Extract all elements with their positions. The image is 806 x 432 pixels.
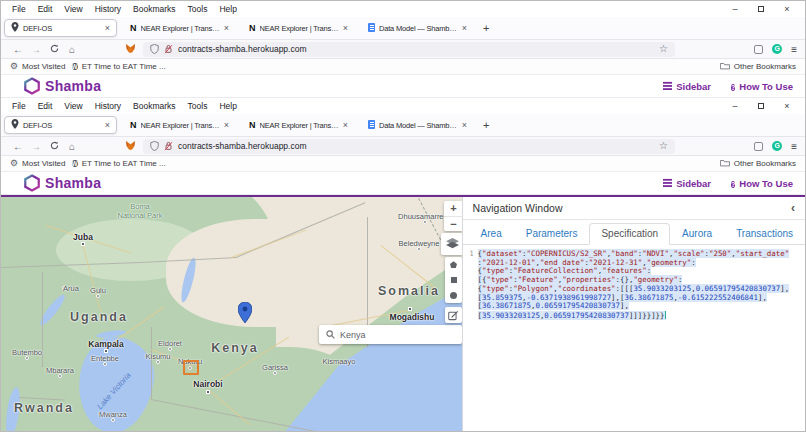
tracking-shield-icon[interactable] bbox=[150, 40, 159, 58]
insecure-lock-icon[interactable] bbox=[164, 137, 173, 155]
map-edit-button[interactable] bbox=[445, 307, 462, 323]
header-link-sidebar[interactable]: Sidebar bbox=[663, 81, 711, 92]
other-bookmarks[interactable]: Other Bookmarks bbox=[720, 62, 796, 72]
browser-tab[interactable]: DEFI-OS× bbox=[4, 116, 117, 134]
json-code-editor[interactable]: 1 {"dataset":"COPERNICUS/S2_SR","band":"… bbox=[463, 245, 805, 365]
menu-bookmarks[interactable]: Bookmarks bbox=[127, 100, 182, 112]
menu-edit[interactable]: Edit bbox=[32, 100, 59, 112]
menu-tools[interactable]: Tools bbox=[182, 3, 214, 15]
forward-icon[interactable]: → bbox=[27, 44, 45, 55]
address-toolbar: ← → ⌂ contracts-shamba.herokuapp.com ☆ bbox=[1, 39, 805, 59]
draw-circle-tool-icon[interactable] bbox=[450, 292, 457, 299]
tab-specification[interactable]: Specification bbox=[589, 223, 670, 245]
metamask-icon[interactable] bbox=[125, 44, 136, 54]
new-tab-button[interactable]: + bbox=[474, 22, 498, 34]
grammarly-icon[interactable]: G bbox=[772, 141, 782, 151]
browser-tab[interactable]: NNEAR Explorer | Transaction× bbox=[123, 19, 236, 37]
reload-icon[interactable] bbox=[45, 141, 63, 152]
close-button[interactable]: × bbox=[774, 2, 800, 16]
tab-close-icon[interactable]: × bbox=[105, 24, 110, 33]
bookmark-item[interactable]: WET Time to EAT Time ... bbox=[72, 159, 166, 168]
browser-tab[interactable]: Data Model — Shamba 1.0 doc× bbox=[361, 19, 474, 37]
bookmark-item[interactable]: ⚙Most Visited bbox=[10, 62, 66, 71]
hamburger-menu-icon[interactable]: ≡ bbox=[791, 44, 797, 55]
header-link-how-to-use[interactable]: ?How To Use bbox=[731, 178, 793, 189]
back-icon[interactable]: ← bbox=[9, 141, 27, 152]
tab-aurora[interactable]: Aurora bbox=[670, 223, 724, 245]
metamask-icon[interactable] bbox=[125, 141, 136, 151]
panel-collapse-icon[interactable]: ‹ bbox=[791, 201, 795, 215]
bookmark-star-icon[interactable]: ☆ bbox=[659, 141, 668, 151]
map-layers-button[interactable] bbox=[441, 233, 462, 255]
url-text[interactable]: contracts-shamba.herokuapp.com bbox=[178, 44, 307, 54]
minimize-button[interactable]: – bbox=[722, 2, 748, 16]
forward-icon[interactable]: → bbox=[27, 141, 45, 152]
tab-close-icon[interactable]: × bbox=[224, 24, 229, 33]
tab-close-icon[interactable]: × bbox=[105, 121, 110, 130]
menu-history[interactable]: History bbox=[89, 3, 127, 15]
menu-file[interactable]: File bbox=[6, 100, 32, 112]
map-canvas[interactable]: BomaNational ParkJubaAruaGuluUgandaKampa… bbox=[1, 197, 462, 432]
browser-tab[interactable]: NNEAR Explorer | Transaction× bbox=[242, 116, 355, 134]
restore-button[interactable] bbox=[748, 2, 774, 16]
menu-file[interactable]: File bbox=[6, 3, 32, 15]
tab-transactions[interactable]: Transactions bbox=[724, 223, 805, 245]
new-tab-button[interactable]: + bbox=[474, 119, 498, 131]
home-icon[interactable]: ⌂ bbox=[63, 141, 81, 152]
menu-tools[interactable]: Tools bbox=[182, 100, 214, 112]
menu-help[interactable]: Help bbox=[213, 100, 242, 112]
bookmark-item[interactable]: ⚙Most Visited bbox=[10, 159, 66, 168]
sidebar-icon bbox=[663, 81, 672, 92]
bookmark-star-icon[interactable]: ☆ bbox=[659, 44, 668, 54]
url-bar[interactable]: contracts-shamba.herokuapp.com ☆ bbox=[143, 139, 675, 154]
map-label-mogadishu: Mogadishu bbox=[390, 312, 435, 322]
tab-close-icon[interactable]: × bbox=[224, 121, 229, 130]
menu-view[interactable]: View bbox=[58, 3, 88, 15]
menu-history[interactable]: History bbox=[89, 100, 127, 112]
header-link-sidebar[interactable]: Sidebar bbox=[663, 178, 711, 189]
menu-help[interactable]: Help bbox=[213, 3, 242, 15]
header-link-how-to-use[interactable]: ?How To Use bbox=[731, 81, 793, 92]
menu-edit[interactable]: Edit bbox=[32, 3, 59, 15]
tab-parameters[interactable]: Parameters bbox=[514, 223, 590, 245]
tracking-shield-icon[interactable] bbox=[150, 137, 159, 155]
menu-view[interactable]: View bbox=[58, 100, 88, 112]
shamba-logo[interactable]: Shamba bbox=[23, 77, 101, 95]
home-icon[interactable]: ⌂ bbox=[63, 44, 81, 55]
shamba-logo[interactable]: Shamba bbox=[23, 174, 101, 192]
browser-tab[interactable]: Data Model — Shamba 1.0 doc× bbox=[361, 116, 474, 134]
url-bar[interactable]: contracts-shamba.herokuapp.com ☆ bbox=[143, 42, 675, 57]
zoom-in-button[interactable]: + bbox=[444, 201, 462, 216]
search-input-value[interactable]: Kenya bbox=[340, 330, 366, 340]
hamburger-menu-icon[interactable]: ≡ bbox=[791, 141, 797, 152]
browser-tab[interactable]: NNEAR Explorer | Transaction× bbox=[123, 116, 236, 134]
minimize-button[interactable]: – bbox=[722, 99, 748, 113]
restore-button[interactable] bbox=[748, 99, 774, 113]
browser-tab[interactable]: NNEAR Explorer | Transaction× bbox=[242, 19, 355, 37]
city-marker bbox=[25, 356, 29, 360]
account-extension-icon[interactable] bbox=[754, 45, 763, 54]
browser-tab[interactable]: DEFI-OS× bbox=[4, 19, 117, 37]
tab-area[interactable]: Area bbox=[469, 223, 514, 245]
tab-close-icon[interactable]: × bbox=[343, 24, 348, 33]
tab-close-icon[interactable]: × bbox=[462, 121, 467, 130]
other-bookmarks[interactable]: Other Bookmarks bbox=[720, 159, 796, 169]
back-icon[interactable]: ← bbox=[9, 44, 27, 55]
insecure-lock-icon[interactable] bbox=[164, 40, 173, 58]
account-extension-icon[interactable] bbox=[754, 142, 763, 151]
draw-polygon-tool-icon[interactable] bbox=[450, 261, 457, 268]
close-button[interactable]: × bbox=[774, 99, 800, 113]
menu-bookmarks[interactable]: Bookmarks bbox=[127, 3, 182, 15]
tab-close-icon[interactable]: × bbox=[462, 24, 467, 33]
map-selection-rectangle[interactable] bbox=[183, 360, 199, 375]
zoom-out-button[interactable]: − bbox=[444, 216, 462, 231]
reload-icon[interactable] bbox=[45, 44, 63, 55]
city-marker bbox=[156, 360, 160, 364]
grammarly-icon[interactable]: G bbox=[772, 44, 782, 54]
map-search-box[interactable]: Kenya bbox=[319, 325, 462, 344]
tab-close-icon[interactable]: × bbox=[343, 121, 348, 130]
draw-rectangle-tool-icon[interactable] bbox=[451, 277, 457, 283]
bookmark-item[interactable]: WET Time to EAT Time ... bbox=[72, 62, 166, 71]
city-marker bbox=[96, 294, 100, 298]
url-text[interactable]: contracts-shamba.herokuapp.com bbox=[178, 141, 307, 151]
